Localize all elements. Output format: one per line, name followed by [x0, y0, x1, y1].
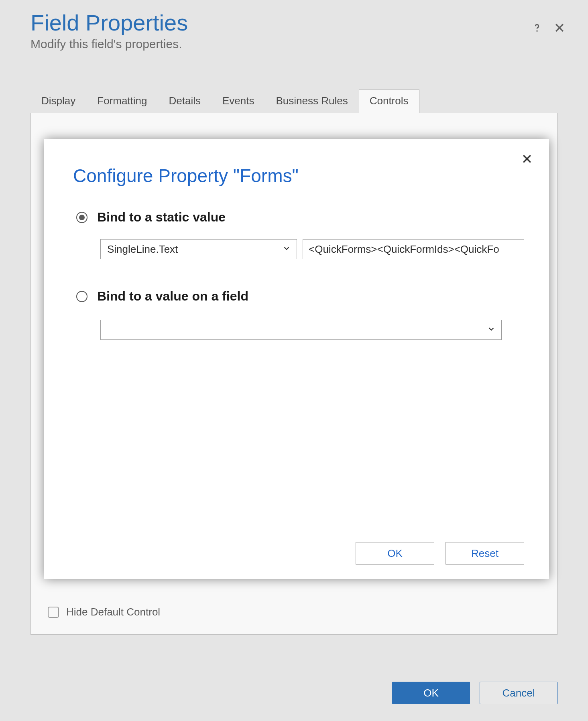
- dialog-title: Configure Property "Forms": [73, 165, 524, 187]
- ok-button[interactable]: OK: [392, 682, 470, 704]
- static-type-select[interactable]: SingleLine.Text: [100, 239, 297, 259]
- tab-label: Formatting: [97, 95, 147, 107]
- configure-property-dialog: Configure Property "Forms" Bind to a sta…: [44, 139, 549, 579]
- bind-static-radio[interactable]: [76, 212, 87, 223]
- static-type-value: SingleLine.Text: [107, 243, 178, 256]
- dialog-ok-label: OK: [387, 547, 403, 560]
- field-select[interactable]: [100, 320, 502, 340]
- page-title: Field Properties: [31, 10, 531, 36]
- tab-label: Display: [41, 95, 75, 107]
- tab-formatting[interactable]: Formatting: [86, 89, 158, 113]
- hide-default-control-checkbox[interactable]: [48, 607, 59, 618]
- chevron-down-icon: [282, 243, 291, 256]
- tab-display[interactable]: Display: [31, 89, 86, 113]
- bind-field-label: Bind to a value on a field: [97, 289, 248, 304]
- cancel-button[interactable]: Cancel: [480, 682, 557, 704]
- tab-strip: Display Formatting Details Events Busine…: [31, 89, 557, 113]
- close-icon[interactable]: [553, 22, 566, 34]
- tab-details[interactable]: Details: [158, 89, 212, 113]
- tab-label: Controls: [370, 95, 409, 107]
- dialog-reset-label: Reset: [471, 547, 498, 560]
- ok-button-label: OK: [423, 687, 439, 699]
- tab-controls[interactable]: Controls: [359, 89, 419, 113]
- dialog-ok-button[interactable]: OK: [356, 542, 434, 565]
- static-value-text: <QuickForms><QuickFormIds><QuickFo: [309, 243, 499, 256]
- static-value-input[interactable]: <QuickForms><QuickFormIds><QuickFo: [303, 239, 524, 259]
- chevron-down-icon: [487, 324, 496, 336]
- tab-label: Events: [222, 95, 254, 107]
- dialog-close-icon[interactable]: [521, 153, 533, 167]
- tab-label: Business Rules: [276, 95, 348, 107]
- tab-label: Details: [169, 95, 201, 107]
- bind-field-radio[interactable]: [76, 291, 87, 302]
- bind-static-label: Bind to a static value: [97, 210, 226, 225]
- page-subtitle: Modify this field's properties.: [31, 37, 531, 51]
- svg-point-0: [536, 30, 538, 32]
- dialog-reset-button[interactable]: Reset: [446, 542, 524, 565]
- tab-events[interactable]: Events: [212, 89, 265, 113]
- cancel-button-label: Cancel: [503, 687, 535, 699]
- help-icon[interactable]: [531, 22, 543, 34]
- tab-business-rules[interactable]: Business Rules: [265, 89, 359, 113]
- hide-default-control-label: Hide Default Control: [66, 606, 160, 618]
